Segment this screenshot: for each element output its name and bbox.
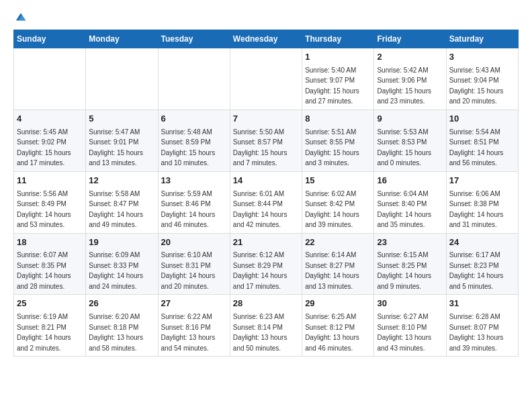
calendar-day-cell — [230, 48, 302, 110]
day-info: Sunrise: 5:58 AMSunset: 8:47 PMDaylight:… — [89, 190, 143, 229]
calendar-day-cell: 22Sunrise: 6:14 AMSunset: 8:27 PMDayligh… — [302, 233, 374, 295]
day-info: Sunrise: 6:28 AMSunset: 8:07 PMDaylight:… — [449, 313, 504, 352]
day-info: Sunrise: 5:43 AMSunset: 9:04 PMDaylight:… — [449, 66, 504, 105]
day-number: 21 — [233, 236, 299, 249]
calendar-day-cell: 27Sunrise: 6:22 AMSunset: 8:16 PMDayligh… — [158, 295, 230, 357]
header — [13, 11, 519, 23]
day-number: 25 — [17, 298, 83, 310]
day-number: 9 — [377, 113, 443, 126]
calendar-day-cell: 24Sunrise: 6:17 AMSunset: 8:23 PMDayligh… — [446, 233, 518, 295]
calendar-day-cell: 7Sunrise: 5:50 AMSunset: 8:57 PMDaylight… — [230, 109, 302, 171]
calendar-day-cell: 5Sunrise: 5:47 AMSunset: 9:01 PMDaylight… — [86, 109, 158, 171]
day-number: 20 — [161, 236, 227, 249]
day-number: 15 — [305, 175, 371, 187]
calendar-day-cell: 3Sunrise: 5:43 AMSunset: 9:04 PMDaylight… — [446, 48, 518, 110]
day-info: Sunrise: 5:54 AMSunset: 8:51 PMDaylight:… — [449, 128, 504, 167]
day-info: Sunrise: 6:01 AMSunset: 8:44 PMDaylight:… — [233, 190, 287, 229]
logo-icon — [15, 11, 27, 23]
day-number: 1 — [305, 51, 371, 64]
day-number: 18 — [17, 236, 83, 249]
calendar-day-cell — [14, 48, 86, 110]
day-number: 7 — [233, 113, 299, 126]
calendar-day-cell: 29Sunrise: 6:25 AMSunset: 8:12 PMDayligh… — [302, 295, 374, 357]
day-info: Sunrise: 6:20 AMSunset: 8:18 PMDaylight:… — [89, 313, 143, 352]
calendar-day-cell: 12Sunrise: 5:58 AMSunset: 8:47 PMDayligh… — [86, 171, 158, 233]
day-number: 31 — [449, 298, 515, 310]
day-number: 23 — [377, 236, 443, 249]
day-number: 30 — [377, 298, 443, 310]
day-info: Sunrise: 6:02 AMSunset: 8:42 PMDaylight:… — [305, 190, 359, 229]
day-of-week-header: Saturday — [446, 30, 518, 48]
day-number: 6 — [161, 113, 227, 126]
day-info: Sunrise: 6:09 AMSunset: 8:33 PMDaylight:… — [89, 251, 143, 290]
day-number: 27 — [161, 298, 227, 310]
calendar-day-cell: 17Sunrise: 6:06 AMSunset: 8:38 PMDayligh… — [446, 171, 518, 233]
day-number: 5 — [89, 113, 154, 126]
day-number: 8 — [305, 113, 371, 126]
day-number: 28 — [233, 298, 299, 310]
day-info: Sunrise: 6:15 AMSunset: 8:25 PMDaylight:… — [377, 251, 431, 290]
day-info: Sunrise: 6:23 AMSunset: 8:14 PMDaylight:… — [233, 313, 287, 352]
day-of-week-header: Friday — [374, 30, 446, 48]
calendar-day-cell: 1Sunrise: 5:40 AMSunset: 9:07 PMDaylight… — [302, 48, 374, 110]
day-info: Sunrise: 5:50 AMSunset: 8:57 PMDaylight:… — [233, 128, 287, 167]
calendar-day-cell — [158, 48, 230, 110]
day-info: Sunrise: 6:25 AMSunset: 8:12 PMDaylight:… — [305, 313, 359, 352]
calendar-day-cell: 15Sunrise: 6:02 AMSunset: 8:42 PMDayligh… — [302, 171, 374, 233]
day-of-week-header: Wednesday — [230, 30, 302, 48]
calendar-day-cell: 30Sunrise: 6:27 AMSunset: 8:10 PMDayligh… — [374, 295, 446, 357]
calendar-day-cell: 11Sunrise: 5:56 AMSunset: 8:49 PMDayligh… — [14, 171, 86, 233]
calendar-table: SundayMondayTuesdayWednesdayThursdayFrid… — [13, 30, 519, 357]
day-number: 24 — [449, 236, 515, 249]
day-number: 11 — [17, 175, 83, 187]
day-number: 2 — [377, 51, 443, 64]
day-number: 4 — [17, 113, 83, 126]
calendar-day-cell: 4Sunrise: 5:45 AMSunset: 9:02 PMDaylight… — [14, 109, 86, 171]
calendar-day-cell: 16Sunrise: 6:04 AMSunset: 8:40 PMDayligh… — [374, 171, 446, 233]
calendar-day-cell: 18Sunrise: 6:07 AMSunset: 8:35 PMDayligh… — [14, 233, 86, 295]
day-number: 16 — [377, 175, 443, 187]
day-info: Sunrise: 5:42 AMSunset: 9:06 PMDaylight:… — [377, 66, 431, 105]
day-info: Sunrise: 6:17 AMSunset: 8:23 PMDaylight:… — [449, 251, 504, 290]
calendar-week-row: 18Sunrise: 6:07 AMSunset: 8:35 PMDayligh… — [14, 233, 519, 295]
logo — [13, 11, 27, 23]
calendar-day-cell: 25Sunrise: 6:19 AMSunset: 8:21 PMDayligh… — [14, 295, 86, 357]
day-number: 19 — [89, 236, 154, 249]
calendar-day-cell: 19Sunrise: 6:09 AMSunset: 8:33 PMDayligh… — [86, 233, 158, 295]
day-info: Sunrise: 5:51 AMSunset: 8:55 PMDaylight:… — [305, 128, 359, 167]
calendar-day-cell: 9Sunrise: 5:53 AMSunset: 8:53 PMDaylight… — [374, 109, 446, 171]
calendar-day-cell: 31Sunrise: 6:28 AMSunset: 8:07 PMDayligh… — [446, 295, 518, 357]
day-number: 12 — [89, 175, 154, 187]
day-info: Sunrise: 6:06 AMSunset: 8:38 PMDaylight:… — [449, 190, 504, 229]
day-info: Sunrise: 5:56 AMSunset: 8:49 PMDaylight:… — [17, 190, 71, 229]
day-number: 14 — [233, 175, 299, 187]
day-number: 29 — [305, 298, 371, 310]
day-number: 22 — [305, 236, 371, 249]
day-info: Sunrise: 5:47 AMSunset: 9:01 PMDaylight:… — [89, 128, 143, 167]
calendar-day-cell — [86, 48, 158, 110]
calendar-day-cell: 10Sunrise: 5:54 AMSunset: 8:51 PMDayligh… — [446, 109, 518, 171]
day-info: Sunrise: 6:14 AMSunset: 8:27 PMDaylight:… — [305, 251, 359, 290]
day-number: 13 — [161, 175, 227, 187]
day-of-week-header: Tuesday — [158, 30, 230, 48]
calendar-week-row: 11Sunrise: 5:56 AMSunset: 8:49 PMDayligh… — [14, 171, 519, 233]
calendar-day-cell: 2Sunrise: 5:42 AMSunset: 9:06 PMDaylight… — [374, 48, 446, 110]
day-info: Sunrise: 6:07 AMSunset: 8:35 PMDaylight:… — [17, 251, 71, 290]
day-info: Sunrise: 5:45 AMSunset: 9:02 PMDaylight:… — [17, 128, 71, 167]
page: SundayMondayTuesdayWednesdayThursdayFrid… — [0, 0, 532, 367]
day-number: 17 — [449, 175, 515, 187]
calendar-day-cell: 21Sunrise: 6:12 AMSunset: 8:29 PMDayligh… — [230, 233, 302, 295]
calendar-day-cell: 26Sunrise: 6:20 AMSunset: 8:18 PMDayligh… — [86, 295, 158, 357]
calendar-week-row: 25Sunrise: 6:19 AMSunset: 8:21 PMDayligh… — [14, 295, 519, 357]
calendar-day-cell: 13Sunrise: 5:59 AMSunset: 8:46 PMDayligh… — [158, 171, 230, 233]
calendar-week-row: 4Sunrise: 5:45 AMSunset: 9:02 PMDaylight… — [14, 109, 519, 171]
calendar-day-cell: 6Sunrise: 5:48 AMSunset: 8:59 PMDaylight… — [158, 109, 230, 171]
day-info: Sunrise: 5:40 AMSunset: 9:07 PMDaylight:… — [305, 66, 359, 105]
day-of-week-header: Monday — [86, 30, 158, 48]
calendar-day-cell: 14Sunrise: 6:01 AMSunset: 8:44 PMDayligh… — [230, 171, 302, 233]
calendar-day-cell: 8Sunrise: 5:51 AMSunset: 8:55 PMDaylight… — [302, 109, 374, 171]
calendar-header-row: SundayMondayTuesdayWednesdayThursdayFrid… — [14, 30, 519, 48]
calendar-day-cell: 20Sunrise: 6:10 AMSunset: 8:31 PMDayligh… — [158, 233, 230, 295]
day-info: Sunrise: 6:22 AMSunset: 8:16 PMDaylight:… — [161, 313, 216, 352]
day-info: Sunrise: 6:10 AMSunset: 8:31 PMDaylight:… — [161, 251, 216, 290]
